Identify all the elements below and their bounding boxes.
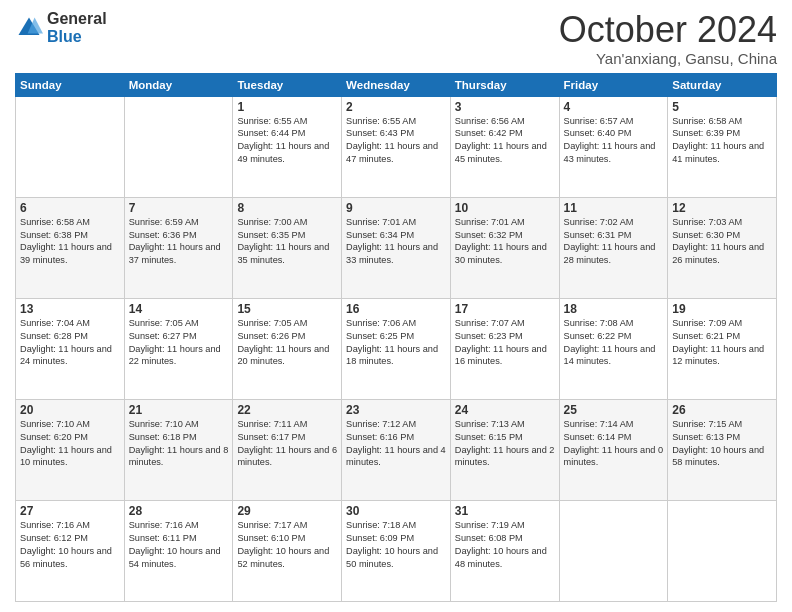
day-info: Sunrise: 7:03 AM Sunset: 6:30 PM Dayligh… bbox=[672, 216, 772, 268]
logo-general-text: General bbox=[47, 10, 107, 28]
day-info: Sunrise: 7:05 AM Sunset: 6:27 PM Dayligh… bbox=[129, 317, 229, 369]
day-number: 13 bbox=[20, 302, 120, 316]
day-info: Sunrise: 6:59 AM Sunset: 6:36 PM Dayligh… bbox=[129, 216, 229, 268]
day-info: Sunrise: 7:15 AM Sunset: 6:13 PM Dayligh… bbox=[672, 418, 772, 470]
title-block: October 2024 Yan'anxiang, Gansu, China bbox=[559, 10, 777, 67]
day-number: 23 bbox=[346, 403, 446, 417]
table-row: 31Sunrise: 7:19 AM Sunset: 6:08 PM Dayli… bbox=[450, 500, 559, 601]
day-number: 15 bbox=[237, 302, 337, 316]
day-number: 4 bbox=[564, 100, 664, 114]
day-info: Sunrise: 6:58 AM Sunset: 6:39 PM Dayligh… bbox=[672, 115, 772, 167]
day-info: Sunrise: 7:13 AM Sunset: 6:15 PM Dayligh… bbox=[455, 418, 555, 470]
day-info: Sunrise: 7:00 AM Sunset: 6:35 PM Dayligh… bbox=[237, 216, 337, 268]
day-info: Sunrise: 7:11 AM Sunset: 6:17 PM Dayligh… bbox=[237, 418, 337, 470]
calendar-week-4: 20Sunrise: 7:10 AM Sunset: 6:20 PM Dayli… bbox=[16, 399, 777, 500]
day-number: 5 bbox=[672, 100, 772, 114]
day-info: Sunrise: 7:06 AM Sunset: 6:25 PM Dayligh… bbox=[346, 317, 446, 369]
calendar-table: Sunday Monday Tuesday Wednesday Thursday… bbox=[15, 73, 777, 602]
table-row: 17Sunrise: 7:07 AM Sunset: 6:23 PM Dayli… bbox=[450, 298, 559, 399]
col-saturday: Saturday bbox=[668, 73, 777, 96]
table-row: 25Sunrise: 7:14 AM Sunset: 6:14 PM Dayli… bbox=[559, 399, 668, 500]
title-month: October 2024 bbox=[559, 10, 777, 50]
table-row: 6Sunrise: 6:58 AM Sunset: 6:38 PM Daylig… bbox=[16, 197, 125, 298]
table-row: 14Sunrise: 7:05 AM Sunset: 6:27 PM Dayli… bbox=[124, 298, 233, 399]
day-info: Sunrise: 6:58 AM Sunset: 6:38 PM Dayligh… bbox=[20, 216, 120, 268]
table-row: 23Sunrise: 7:12 AM Sunset: 6:16 PM Dayli… bbox=[342, 399, 451, 500]
table-row: 8Sunrise: 7:00 AM Sunset: 6:35 PM Daylig… bbox=[233, 197, 342, 298]
day-number: 29 bbox=[237, 504, 337, 518]
day-number: 6 bbox=[20, 201, 120, 215]
day-info: Sunrise: 7:10 AM Sunset: 6:20 PM Dayligh… bbox=[20, 418, 120, 470]
day-number: 12 bbox=[672, 201, 772, 215]
table-row: 9Sunrise: 7:01 AM Sunset: 6:34 PM Daylig… bbox=[342, 197, 451, 298]
calendar-week-1: 1Sunrise: 6:55 AM Sunset: 6:44 PM Daylig… bbox=[16, 96, 777, 197]
day-number: 28 bbox=[129, 504, 229, 518]
day-number: 7 bbox=[129, 201, 229, 215]
table-row bbox=[124, 96, 233, 197]
day-info: Sunrise: 7:05 AM Sunset: 6:26 PM Dayligh… bbox=[237, 317, 337, 369]
day-info: Sunrise: 7:16 AM Sunset: 6:12 PM Dayligh… bbox=[20, 519, 120, 571]
logo: General Blue bbox=[15, 10, 107, 45]
day-number: 17 bbox=[455, 302, 555, 316]
day-number: 25 bbox=[564, 403, 664, 417]
table-row: 16Sunrise: 7:06 AM Sunset: 6:25 PM Dayli… bbox=[342, 298, 451, 399]
logo-icon bbox=[15, 14, 43, 42]
day-number: 21 bbox=[129, 403, 229, 417]
day-number: 8 bbox=[237, 201, 337, 215]
day-info: Sunrise: 6:57 AM Sunset: 6:40 PM Dayligh… bbox=[564, 115, 664, 167]
day-number: 22 bbox=[237, 403, 337, 417]
table-row: 11Sunrise: 7:02 AM Sunset: 6:31 PM Dayli… bbox=[559, 197, 668, 298]
day-number: 14 bbox=[129, 302, 229, 316]
day-info: Sunrise: 7:02 AM Sunset: 6:31 PM Dayligh… bbox=[564, 216, 664, 268]
day-number: 2 bbox=[346, 100, 446, 114]
day-number: 16 bbox=[346, 302, 446, 316]
day-info: Sunrise: 7:12 AM Sunset: 6:16 PM Dayligh… bbox=[346, 418, 446, 470]
table-row: 12Sunrise: 7:03 AM Sunset: 6:30 PM Dayli… bbox=[668, 197, 777, 298]
table-row: 10Sunrise: 7:01 AM Sunset: 6:32 PM Dayli… bbox=[450, 197, 559, 298]
day-number: 19 bbox=[672, 302, 772, 316]
table-row: 15Sunrise: 7:05 AM Sunset: 6:26 PM Dayli… bbox=[233, 298, 342, 399]
col-friday: Friday bbox=[559, 73, 668, 96]
col-wednesday: Wednesday bbox=[342, 73, 451, 96]
table-row: 1Sunrise: 6:55 AM Sunset: 6:44 PM Daylig… bbox=[233, 96, 342, 197]
day-info: Sunrise: 7:17 AM Sunset: 6:10 PM Dayligh… bbox=[237, 519, 337, 571]
table-row: 20Sunrise: 7:10 AM Sunset: 6:20 PM Dayli… bbox=[16, 399, 125, 500]
day-number: 20 bbox=[20, 403, 120, 417]
day-info: Sunrise: 7:08 AM Sunset: 6:22 PM Dayligh… bbox=[564, 317, 664, 369]
day-info: Sunrise: 7:01 AM Sunset: 6:34 PM Dayligh… bbox=[346, 216, 446, 268]
day-number: 31 bbox=[455, 504, 555, 518]
col-sunday: Sunday bbox=[16, 73, 125, 96]
day-info: Sunrise: 7:01 AM Sunset: 6:32 PM Dayligh… bbox=[455, 216, 555, 268]
day-number: 24 bbox=[455, 403, 555, 417]
day-info: Sunrise: 7:10 AM Sunset: 6:18 PM Dayligh… bbox=[129, 418, 229, 470]
calendar-week-5: 27Sunrise: 7:16 AM Sunset: 6:12 PM Dayli… bbox=[16, 500, 777, 601]
day-info: Sunrise: 7:07 AM Sunset: 6:23 PM Dayligh… bbox=[455, 317, 555, 369]
table-row bbox=[668, 500, 777, 601]
table-row: 19Sunrise: 7:09 AM Sunset: 6:21 PM Dayli… bbox=[668, 298, 777, 399]
day-number: 26 bbox=[672, 403, 772, 417]
table-row: 5Sunrise: 6:58 AM Sunset: 6:39 PM Daylig… bbox=[668, 96, 777, 197]
header: General Blue October 2024 Yan'anxiang, G… bbox=[15, 10, 777, 67]
day-number: 1 bbox=[237, 100, 337, 114]
day-info: Sunrise: 7:04 AM Sunset: 6:28 PM Dayligh… bbox=[20, 317, 120, 369]
table-row: 2Sunrise: 6:55 AM Sunset: 6:43 PM Daylig… bbox=[342, 96, 451, 197]
day-info: Sunrise: 7:14 AM Sunset: 6:14 PM Dayligh… bbox=[564, 418, 664, 470]
table-row: 27Sunrise: 7:16 AM Sunset: 6:12 PM Dayli… bbox=[16, 500, 125, 601]
day-info: Sunrise: 7:09 AM Sunset: 6:21 PM Dayligh… bbox=[672, 317, 772, 369]
table-row: 4Sunrise: 6:57 AM Sunset: 6:40 PM Daylig… bbox=[559, 96, 668, 197]
table-row bbox=[16, 96, 125, 197]
day-number: 11 bbox=[564, 201, 664, 215]
col-thursday: Thursday bbox=[450, 73, 559, 96]
day-info: Sunrise: 7:18 AM Sunset: 6:09 PM Dayligh… bbox=[346, 519, 446, 571]
calendar-week-2: 6Sunrise: 6:58 AM Sunset: 6:38 PM Daylig… bbox=[16, 197, 777, 298]
table-row: 3Sunrise: 6:56 AM Sunset: 6:42 PM Daylig… bbox=[450, 96, 559, 197]
day-number: 9 bbox=[346, 201, 446, 215]
day-number: 3 bbox=[455, 100, 555, 114]
table-row: 29Sunrise: 7:17 AM Sunset: 6:10 PM Dayli… bbox=[233, 500, 342, 601]
table-row: 28Sunrise: 7:16 AM Sunset: 6:11 PM Dayli… bbox=[124, 500, 233, 601]
table-row: 13Sunrise: 7:04 AM Sunset: 6:28 PM Dayli… bbox=[16, 298, 125, 399]
day-info: Sunrise: 6:55 AM Sunset: 6:43 PM Dayligh… bbox=[346, 115, 446, 167]
table-row: 24Sunrise: 7:13 AM Sunset: 6:15 PM Dayli… bbox=[450, 399, 559, 500]
title-location: Yan'anxiang, Gansu, China bbox=[559, 50, 777, 67]
table-row: 30Sunrise: 7:18 AM Sunset: 6:09 PM Dayli… bbox=[342, 500, 451, 601]
